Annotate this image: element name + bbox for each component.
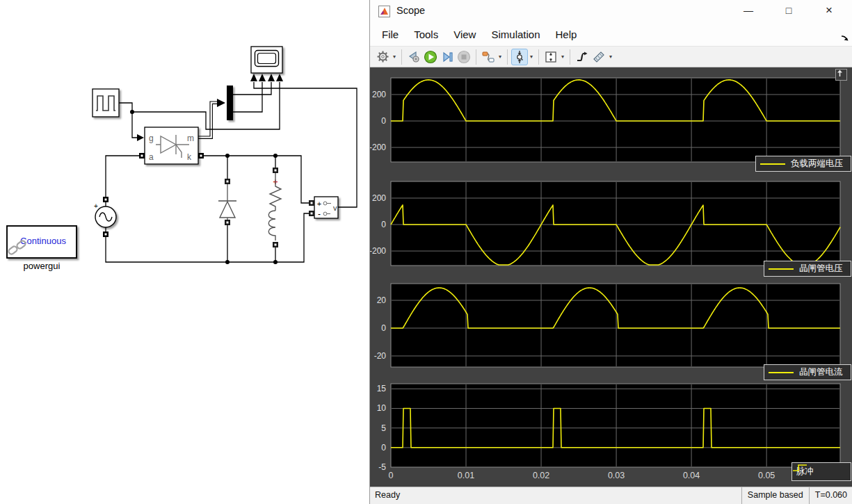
y-tick-label: 200: [372, 193, 386, 203]
wire-demux-out2[interactable]: [233, 82, 262, 112]
line-marker-icon: [769, 268, 794, 270]
y-tick-label: 0: [381, 116, 386, 126]
span-x-axis-icon[interactable]: [542, 49, 559, 65]
thyristor-port-g-label: g: [149, 133, 154, 143]
x-tick-label: 0.03: [608, 471, 625, 480]
menu-help[interactable]: Help: [550, 26, 583, 43]
close-button[interactable]: ×: [817, 1, 841, 19]
series-rl-branch-block[interactable]: +: [268, 168, 281, 247]
voltmeter-plus-label: +: [317, 200, 321, 208]
voltmeter-minus-label: -: [318, 209, 321, 219]
toolbar-separator: [538, 49, 539, 65]
scope-plot-panel[interactable]: 2000-2002000-200200-20151050-500.010.020…: [370, 67, 852, 487]
scope-toolbar: ▾: [370, 46, 852, 67]
menu-tools[interactable]: Tools: [408, 26, 444, 43]
minimize-button[interactable]: —: [737, 1, 760, 19]
legend-1[interactable]: 负载两端电压: [755, 156, 851, 172]
x-tick-label: 0.01: [458, 471, 474, 480]
voltmeter-v-label: v: [333, 204, 337, 212]
scope-window: Scope — □ × File Tools View Simulation H…: [369, 0, 852, 504]
y-tick-label: 0: [381, 323, 386, 333]
gate-arrowhead: [137, 134, 144, 141]
diode-block[interactable]: [218, 179, 236, 225]
pulse-generator-block[interactable]: [93, 89, 119, 117]
scope-block[interactable]: [250, 47, 283, 81]
wire-pulse-to-scope4[interactable]: [132, 82, 280, 129]
scope-statusbar: Ready Sample based T=0.060: [370, 487, 852, 504]
demux-in-arrowhead: [217, 99, 225, 107]
wire-anode[interactable]: [106, 156, 140, 197]
measurements-icon[interactable]: [590, 49, 607, 65]
y-tick-label: 0: [381, 443, 386, 453]
scope-axes-svg[interactable]: 2000-2002000-200200-20151050-500.010.020…: [370, 67, 852, 487]
powergui-continuous-label: Continuous: [20, 236, 66, 246]
matlab-logo-icon: [378, 6, 390, 17]
y-tick-label: 5: [381, 423, 386, 433]
ac-voltage-source-block[interactable]: +: [94, 197, 116, 237]
stop-icon: [456, 49, 472, 65]
toolbar-separator: [476, 49, 476, 65]
settings-gear-icon[interactable]: [374, 49, 391, 65]
thyristor-port-k-label: k: [187, 152, 192, 162]
legend-3[interactable]: 晶闸管电流: [764, 364, 851, 380]
maximize-button[interactable]: □: [777, 1, 801, 19]
wire-bottom-rail[interactable]: [106, 213, 309, 262]
x-tick-label: 0.02: [533, 471, 549, 480]
stair-marker-icon: [792, 463, 809, 473]
voltmeter-port-squares: [309, 200, 314, 216]
demux-block[interactable]: [227, 86, 233, 120]
trigger-icon[interactable]: [574, 49, 590, 65]
measurements-caret-icon[interactable]: ▾: [607, 54, 614, 60]
menu-file[interactable]: File: [376, 26, 404, 43]
voltage-measurement-block[interactable]: + - v: [309, 197, 338, 219]
toolbar-separator: [401, 49, 402, 65]
scope-titlebar[interactable]: Scope — □ ×: [370, 0, 852, 23]
signal-selector-caret-icon[interactable]: ▾: [497, 54, 504, 60]
scope-menubar: File Tools View Simulation Help: [370, 23, 852, 46]
status-sim-time: T=0.060: [809, 487, 852, 504]
powergui-block[interactable]: Continuous powergui: [7, 226, 77, 271]
span-caret-icon[interactable]: ▾: [559, 54, 566, 60]
zoom-tool-icon[interactable]: [511, 49, 528, 65]
wire-voltmeter-to-scope1[interactable]: [254, 82, 357, 207]
scope-axes-3[interactable]: [391, 284, 840, 367]
menu-simulation[interactable]: Simulation: [485, 26, 545, 43]
y-tick-label: -200: [370, 246, 386, 256]
settings-caret-icon[interactable]: ▾: [391, 54, 398, 60]
y-tick-label: 0: [381, 220, 386, 229]
powergui-name-label: powergui: [24, 261, 61, 271]
legend-2[interactable]: 晶闸管电压: [764, 261, 851, 277]
y-tick-label: 10: [377, 403, 387, 413]
simulink-canvas[interactable]: g a m k +: [0, 0, 369, 504]
menu-view[interactable]: View: [448, 26, 481, 43]
inductor-icon: [268, 211, 275, 241]
x-tick-label: 0: [389, 471, 394, 480]
y-tick-label: 200: [372, 90, 386, 99]
signal-selector-icon[interactable]: [480, 49, 497, 65]
menu-overflow-icon[interactable]: [841, 32, 849, 44]
legend-4[interactable]: 脉冲: [791, 462, 851, 481]
legend-label: 晶闸管电压: [799, 263, 843, 275]
line-marker-icon: [769, 372, 794, 373]
toolbar-separator: [570, 49, 570, 65]
y-tick-label: -20: [374, 351, 387, 361]
step-forward-icon[interactable]: [439, 49, 456, 65]
scope-axes-2[interactable]: [391, 181, 840, 266]
y-tick-label: -5: [378, 462, 386, 472]
thyristor-port-m-label: m: [187, 133, 194, 143]
window-title: Scope: [396, 5, 425, 16]
run-icon[interactable]: [422, 49, 439, 65]
y-tick-label: 15: [377, 384, 387, 393]
scope-axes-4[interactable]: [391, 384, 840, 467]
thyristor-block[interactable]: g a m k: [139, 127, 204, 164]
x-tick-label: 0.05: [758, 471, 775, 480]
wire-cathode-rail[interactable]: [203, 156, 309, 203]
desktop: g a m k +: [0, 0, 852, 504]
maximize-axes-icon[interactable]: [835, 69, 847, 81]
line-marker-icon: [760, 163, 785, 165]
zoom-caret-icon[interactable]: ▾: [528, 54, 535, 60]
status-sample-mode: Sample based: [741, 487, 809, 504]
simulation-step-back-icon[interactable]: [405, 49, 422, 65]
measurement-bundle-wire[interactable]: [198, 101, 218, 138]
wire-pulse-to-gate[interactable]: [119, 103, 137, 138]
